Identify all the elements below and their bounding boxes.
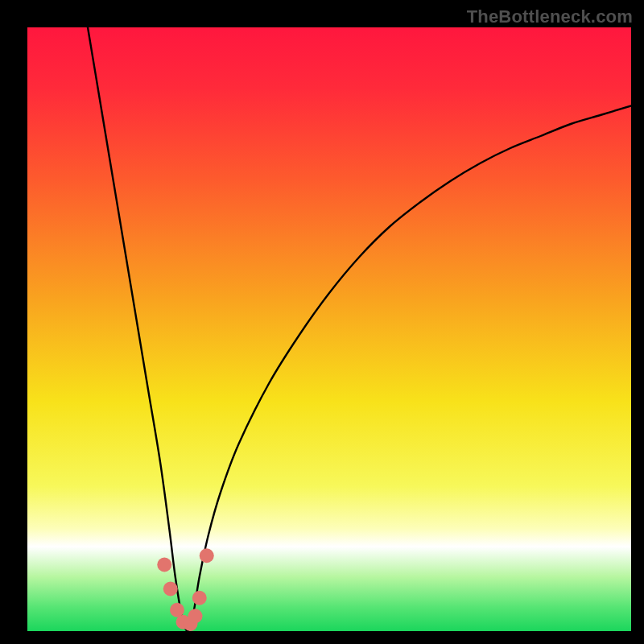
gradient-background <box>27 27 631 631</box>
chart-frame: TheBottleneck.com <box>0 0 644 644</box>
marker-dot <box>200 548 214 563</box>
marker-dot <box>157 558 171 572</box>
watermark-text: TheBottleneck.com <box>467 6 633 27</box>
marker-dot <box>188 609 203 623</box>
marker-dot <box>163 582 178 597</box>
marker-dot <box>192 591 207 605</box>
plot-area <box>27 27 631 631</box>
plot-svg <box>27 27 631 631</box>
